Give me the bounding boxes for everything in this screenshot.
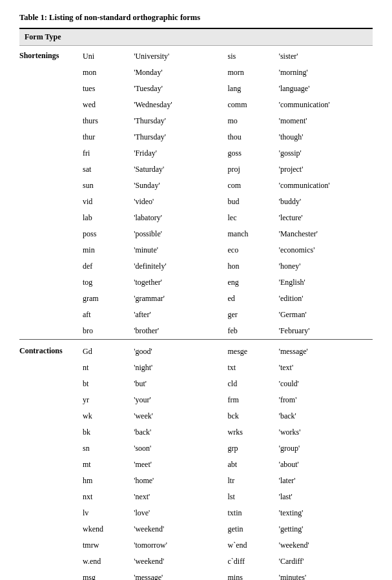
cell-1-3-3: 'from' — [276, 395, 370, 406]
data-cell-1-11: wkend'weekend'getin'getting' — [77, 521, 373, 537]
inner-row-1-9: nxt'next'lst'last' — [80, 492, 370, 502]
data-cell-0-12: min'minute'eco'economics' — [77, 242, 373, 258]
cell-1-9-1: 'next' — [131, 492, 225, 502]
cell-0-12-0: min — [80, 245, 131, 256]
cell-0-9-1: 'video' — [131, 196, 225, 207]
cell-0-13-0: def — [80, 261, 131, 272]
cell-1-5-1: 'back' — [131, 427, 225, 438]
cell-1-1-1: 'night' — [131, 362, 225, 373]
cell-0-5-2: thou — [225, 132, 276, 143]
cell-1-10-0: lv — [80, 508, 131, 519]
cell-0-4-2: mo — [225, 116, 276, 127]
data-cell-0-17: bro'brother'feb'February' — [77, 323, 373, 340]
cell-1-4-2: bck — [225, 411, 276, 422]
cell-1-8-0: hm — [80, 475, 131, 486]
data-cell-0-8: sun'Sunday'com'communication' — [77, 178, 373, 194]
cell-0-6-0: fri — [80, 148, 131, 159]
cell-1-10-1: 'love' — [131, 508, 225, 519]
cell-0-15-0: gram — [80, 293, 131, 304]
data-cell-1-9: nxt'next'lst'last' — [77, 489, 373, 505]
cell-0-8-3: 'communication' — [276, 180, 370, 191]
cell-0-11-3: 'Manchester' — [276, 229, 370, 240]
cell-0-14-3: 'English' — [276, 277, 370, 288]
cell-1-13-1: 'weekend' — [131, 556, 225, 567]
inner-row-0-13: def'definitely'hon'honey' — [80, 261, 370, 272]
data-cell-0-4: thurs'Thursday'mo'moment' — [77, 113, 373, 129]
data-cell-1-14: msg'message'mins'minutes' — [77, 570, 373, 580]
cell-0-5-1: 'Thursday' — [131, 132, 225, 143]
cell-0-1-0: mon — [80, 67, 131, 78]
inner-row-1-14: msg'message'mins'minutes' — [80, 572, 370, 580]
cell-0-16-1: 'after' — [131, 309, 225, 320]
cell-0-3-3: 'communication' — [276, 99, 370, 110]
cell-0-16-2: ger — [225, 309, 276, 320]
cell-0-8-0: sun — [80, 180, 131, 191]
cell-0-7-2: proj — [225, 164, 276, 175]
data-cell-0-3: wed'Wednesday'comm'communication' — [77, 97, 373, 113]
cell-0-15-1: 'grammar' — [131, 293, 225, 304]
cell-0-14-0: tog — [80, 277, 131, 288]
cell-0-6-1: 'Friday' — [131, 148, 225, 159]
cell-1-10-2: txtin — [225, 508, 276, 519]
cell-1-5-2: wrks — [225, 427, 276, 438]
cell-1-9-0: nxt — [80, 492, 131, 502]
data-cell-0-1: mon'Monday'morn'morning' — [77, 65, 373, 81]
cell-0-16-0: aft — [80, 309, 131, 320]
inner-row-0-2: tues'Tuesday'lang'language' — [80, 83, 370, 94]
inner-row-1-8: hm'home'ltr'later' — [80, 475, 370, 486]
cell-1-11-0: wkend — [80, 524, 131, 535]
data-cell-0-7: sat'Saturday'proj'project' — [77, 161, 373, 178]
data-cell-1-10: lv'love'txtin'texting' — [77, 505, 373, 521]
data-cell-1-7: mt'meet'abt'about' — [77, 457, 373, 473]
inner-row-1-3: yr'your'frm'from' — [80, 395, 370, 406]
inner-row-0-6: fri'Friday'goss'gossip' — [80, 148, 370, 159]
cell-1-2-0: bt — [80, 378, 131, 389]
cell-1-13-3: 'Cardiff' — [276, 556, 370, 567]
cell-0-4-3: 'moment' — [276, 116, 370, 127]
cell-0-6-3: 'gossip' — [276, 148, 370, 159]
inner-row-0-11: poss'possible'manch'Manchester' — [80, 229, 370, 240]
data-cell-1-4: wk'week'bck'back' — [77, 408, 373, 424]
table-title: Table 1: Listing of non-standard orthogr… — [19, 13, 373, 23]
cell-1-3-0: yr — [80, 395, 131, 406]
cell-0-13-3: 'honey' — [276, 261, 370, 272]
cell-0-15-2: ed — [225, 293, 276, 304]
cell-0-1-2: morn — [225, 67, 276, 78]
cell-0-7-3: 'project' — [276, 164, 370, 175]
cell-0-4-0: thurs — [80, 116, 131, 127]
cell-0-3-2: comm — [225, 99, 276, 110]
cell-1-0-2: mesge — [225, 346, 276, 357]
cell-0-2-2: lang — [225, 83, 276, 94]
inner-row-0-17: bro'brother'feb'February' — [80, 326, 370, 337]
cell-1-12-3: 'weekend' — [276, 540, 370, 551]
data-cell-0-15: gram'grammar'ed'edition' — [77, 291, 373, 307]
inner-row-0-9: vid'video'bud'buddy' — [80, 196, 370, 207]
cell-0-10-1: 'labatory' — [131, 212, 225, 223]
cell-1-4-3: 'back' — [276, 411, 370, 422]
cell-0-17-3: 'February' — [276, 326, 370, 337]
inner-row-0-3: wed'Wednesday'comm'communication' — [80, 99, 370, 110]
inner-row-1-5: bk'back'wrks'works' — [80, 427, 370, 438]
data-cell-1-5: bk'back'wrks'works' — [77, 424, 373, 440]
cell-1-8-1: 'home' — [131, 475, 225, 486]
cell-1-1-2: txt — [225, 362, 276, 373]
inner-row-0-7: sat'Saturday'proj'project' — [80, 164, 370, 175]
inner-row-0-5: thur'Thursday'thou'though' — [80, 132, 370, 143]
inner-row-0-10: lab'labatory'lec'lecture' — [80, 212, 370, 223]
cell-0-11-0: poss — [80, 229, 131, 240]
cell-0-12-2: eco — [225, 245, 276, 256]
cell-0-5-0: thur — [80, 132, 131, 143]
cell-0-10-0: lab — [80, 212, 131, 223]
data-cell-0-14: tog'together'eng'English' — [77, 274, 373, 291]
inner-row-1-1: nt'night'txt'text' — [80, 362, 370, 373]
cell-1-7-3: 'about' — [276, 459, 370, 470]
cell-0-3-0: wed — [80, 99, 131, 110]
inner-row-0-0: Uni'University'sis'sister' — [80, 51, 370, 62]
data-cell-0-0: Uni'University'sis'sister' — [77, 46, 373, 65]
cell-1-14-0: msg — [80, 572, 131, 580]
inner-row-0-15: gram'grammar'ed'edition' — [80, 293, 370, 304]
cell-0-7-0: sat — [80, 164, 131, 175]
cell-1-11-1: 'weekend' — [131, 524, 225, 535]
cell-1-12-0: tmrw — [80, 540, 131, 551]
cell-1-8-2: ltr — [225, 475, 276, 486]
